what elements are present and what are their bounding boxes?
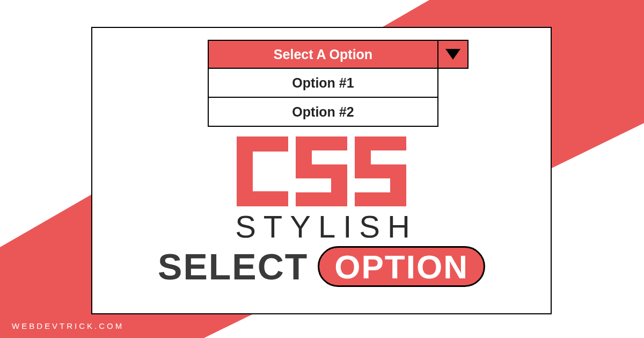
select-dropdown[interactable]: Select A Option Option #1 Option #2 [208,40,438,127]
select-placeholder: Select A Option [274,47,372,62]
svg-rect-12 [355,192,406,206]
demo-card: Select A Option Option #1 Option #2 [91,27,552,314]
svg-rect-7 [296,192,347,206]
title-block: STYLISH SELECT OPTION [92,136,551,287]
select-option[interactable]: Option #1 [208,69,438,98]
svg-rect-6 [331,178,347,192]
title-stylish: STYLISH [102,208,551,244]
svg-rect-11 [390,178,406,192]
title-option-word: OPTION [334,248,469,286]
svg-rect-4 [296,150,312,164]
svg-rect-9 [355,150,371,164]
css-logo-icon [237,136,406,208]
option-label: Option #1 [292,75,354,91]
select-option[interactable]: Option #2 [208,98,438,127]
option-label: Option #2 [292,104,354,120]
svg-rect-5 [296,164,347,178]
title-select-word: SELECT [158,246,308,287]
svg-rect-0 [237,136,288,152]
svg-rect-8 [355,136,406,150]
svg-rect-2 [237,191,288,206]
title-option-pill: OPTION [318,246,485,287]
select-header[interactable]: Select A Option [208,40,438,69]
svg-rect-10 [355,164,406,178]
chevron-down-icon[interactable] [437,40,469,69]
watermark-text: WEBDEVTRICK.COM [12,321,124,330]
svg-rect-1 [237,152,253,191]
title-bottom-row: SELECT OPTION [92,246,551,287]
svg-rect-3 [296,136,347,150]
